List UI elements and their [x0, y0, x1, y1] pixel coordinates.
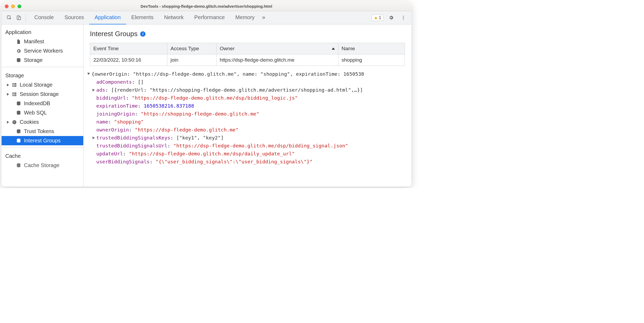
database-icon	[16, 138, 21, 143]
json-detail-view[interactable]: {ownerOrigin: "https://dsp-fledge-demo.g…	[84, 66, 411, 186]
fullscreen-window-button[interactable]	[18, 5, 21, 8]
tab-console[interactable]: Console	[29, 11, 59, 24]
close-window-button[interactable]	[5, 5, 9, 8]
sidebar-item-indexeddb[interactable]: IndexedDB	[2, 99, 83, 108]
col-access-type[interactable]: Access Type	[167, 43, 217, 54]
window-title: DevTools - shopping-fledge-demo.glitch.m…	[2, 4, 411, 8]
database-icon	[16, 110, 21, 116]
cell-event-time: 22/03/2022, 10:50:16	[90, 54, 167, 66]
tab-elements[interactable]: Elements	[126, 11, 159, 24]
json-prop-ownerorigin[interactable]: ownerOrigin: "https://dsp-fledge-demo.gl…	[85, 126, 410, 134]
svg-point-6	[403, 17, 404, 18]
toolbar-right: 1	[372, 14, 408, 22]
json-prop-name[interactable]: name: "shopping"	[85, 118, 410, 126]
sidebar-section-cache: Cache	[2, 150, 83, 161]
svg-point-22	[14, 121, 15, 122]
svg-rect-14	[13, 92, 16, 96]
tab-application[interactable]: Application	[89, 11, 126, 24]
tabstrip: Console Sources Application Elements Net…	[2, 11, 411, 24]
table-icon	[12, 92, 17, 97]
json-prop-updateurl[interactable]: updateUrl: "https://dsp-fledge-demo.glit…	[85, 150, 410, 158]
minimize-window-button[interactable]	[11, 5, 15, 8]
sidebar-item-label: Cache Storage	[24, 162, 59, 168]
sidebar-item-label: Storage	[24, 57, 43, 63]
cell-name: shopping	[338, 54, 405, 66]
col-name[interactable]: Name	[338, 43, 405, 54]
sidebar-item-interest-groups[interactable]: Interest Groups	[2, 136, 83, 145]
devtools-window: DevTools - shopping-fledge-demo.glitch.m…	[2, 2, 411, 186]
body: Application Manifest Service Workers Sto…	[2, 24, 411, 186]
sidebar-item-label: Interest Groups	[24, 138, 61, 144]
sidebar-item-label: IndexedDB	[24, 100, 50, 107]
database-icon	[16, 101, 21, 106]
table-icon	[12, 82, 17, 88]
col-event-time[interactable]: Event Time	[90, 43, 167, 54]
json-prop-userbiddingsignals[interactable]: userBiddingSignals: "{\"user_bidding_sig…	[85, 158, 410, 166]
database-icon	[16, 163, 21, 168]
tab-overflow[interactable]: »	[260, 11, 267, 24]
chevron-right-icon	[7, 93, 9, 96]
sidebar-item-session-storage[interactable]: Session Storage	[2, 90, 83, 99]
tab-memory[interactable]: Memory	[230, 11, 260, 24]
sidebar-item-storage[interactable]: Storage	[2, 56, 83, 65]
json-prop-adcomponents[interactable]: adComponents: []	[85, 78, 410, 86]
tab-performance[interactable]: Performance	[189, 11, 230, 24]
sidebar-item-label: Web SQL	[24, 110, 47, 116]
file-icon	[16, 39, 21, 44]
svg-rect-3	[376, 17, 376, 18]
json-prop-trustedbiddingsignalsurl[interactable]: trustedBiddingSignalsUrl: "https://dsp-f…	[85, 142, 410, 150]
panel-tabs: Console Sources Application Elements Net…	[29, 11, 372, 24]
svg-rect-2	[18, 17, 20, 20]
json-prop-trustedbiddingsignalskeys[interactable]: trustedBiddingSignalsKeys: ["key1", "key…	[85, 134, 410, 142]
sidebar: Application Manifest Service Workers Sto…	[2, 24, 84, 186]
sidebar-divider	[2, 67, 83, 67]
cookie-icon	[12, 120, 17, 125]
chevron-right-icon[interactable]	[93, 89, 95, 91]
sidebar-item-websql[interactable]: Web SQL	[2, 108, 83, 117]
device-toggle-icon[interactable]	[14, 14, 23, 22]
sidebar-item-cookies[interactable]: Cookies	[2, 117, 83, 127]
sidebar-item-label: Cookies	[20, 119, 39, 125]
svg-rect-4	[376, 18, 376, 19]
sidebar-item-trust-tokens[interactable]: Trust Tokens	[2, 127, 83, 136]
svg-rect-10	[13, 83, 16, 84]
sidebar-item-cache-storage[interactable]: Cache Storage	[2, 161, 83, 170]
col-owner[interactable]: Owner	[217, 43, 338, 54]
svg-point-21	[13, 121, 14, 122]
inspect-element-icon[interactable]	[5, 14, 13, 22]
warning-badge[interactable]: 1	[372, 15, 384, 21]
json-prop-expirationtime[interactable]: expirationTime: 1650538216.837188	[85, 102, 410, 110]
chevron-right-icon[interactable]	[93, 137, 95, 139]
svg-point-7	[403, 19, 404, 19]
page-title-row: Interest Groups i	[84, 24, 411, 43]
json-prop-joiningorigin[interactable]: joiningOrigin: "https://shopping-fledge-…	[85, 110, 410, 118]
sidebar-section-storage: Storage	[2, 69, 83, 80]
gear-icon	[16, 48, 21, 54]
database-icon	[16, 58, 21, 63]
sidebar-item-label: Session Storage	[20, 91, 59, 97]
tab-sources[interactable]: Sources	[59, 11, 89, 24]
json-summary: {ownerOrigin: "https://dsp-fledge-demo.g…	[92, 70, 364, 78]
sidebar-item-label: Trust Tokens	[24, 128, 54, 134]
table-header-row: Event Time Access Type Owner Name	[90, 43, 405, 54]
tab-network[interactable]: Network	[159, 11, 189, 24]
main-content: Interest Groups i Event Time Access Type…	[84, 24, 411, 186]
json-prop-biddingurl[interactable]: biddingUrl: "https://dsp-fledge-demo.gli…	[85, 94, 410, 102]
json-root[interactable]: {ownerOrigin: "https://dsp-fledge-demo.g…	[85, 70, 410, 78]
titlebar: DevTools - shopping-fledge-demo.glitch.m…	[2, 2, 411, 11]
sidebar-item-service-workers[interactable]: Service Workers	[2, 46, 83, 56]
sidebar-item-label: Manifest	[24, 39, 44, 45]
sidebar-section-application: Application	[2, 26, 83, 37]
svg-point-5	[403, 16, 404, 16]
chevron-down-icon[interactable]	[87, 73, 90, 75]
sidebar-item-local-storage[interactable]: Local Storage	[2, 80, 83, 90]
chevron-right-icon	[7, 121, 9, 124]
sidebar-item-manifest[interactable]: Manifest	[2, 37, 83, 46]
table-row[interactable]: 22/03/2022, 10:50:16 join https://dsp-fl…	[90, 54, 405, 66]
info-icon[interactable]: i	[140, 31, 146, 37]
cell-owner: https://dsp-fledge-demo.glitch.me	[217, 54, 338, 66]
json-prop-ads[interactable]: ads: [{renderUrl: "https://shopping-fled…	[85, 86, 410, 94]
settings-icon[interactable]	[387, 14, 395, 22]
interest-groups-table: Event Time Access Type Owner Name 22/03/…	[90, 43, 405, 66]
kebab-menu-icon[interactable]	[399, 14, 408, 22]
